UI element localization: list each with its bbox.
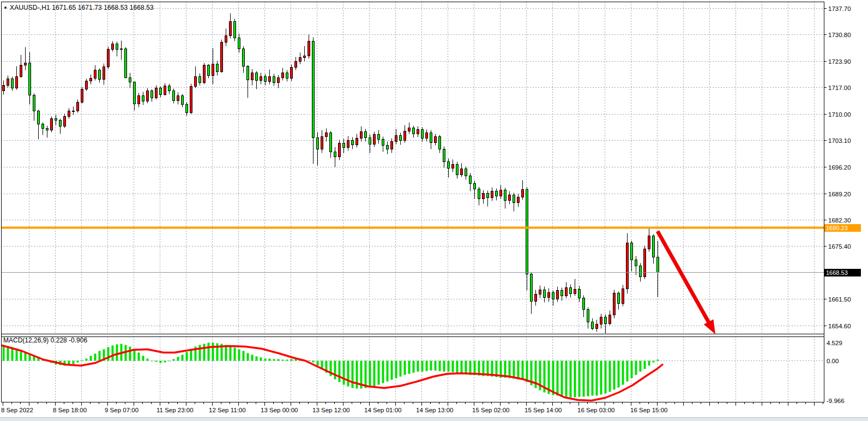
macd-histogram-bar — [552, 361, 554, 395]
candle — [33, 95, 35, 111]
macd-histogram-bar — [238, 350, 240, 361]
candle — [20, 65, 22, 77]
candle — [426, 133, 428, 139]
candle — [465, 169, 467, 176]
macd-histogram-bar — [334, 361, 336, 380]
candle — [155, 88, 158, 98]
candle — [378, 135, 380, 140]
macd-histogram-bar — [618, 361, 620, 388]
candle — [439, 137, 441, 149]
macd-histogram-bar — [587, 361, 589, 396]
candle — [640, 266, 642, 277]
macd-axis-zero-label: 0.00 — [827, 357, 839, 365]
price-axis-label: 1682.30 — [828, 216, 851, 224]
candle — [164, 86, 166, 95]
candle — [657, 257, 659, 273]
macd-histogram-bar — [203, 344, 206, 361]
macd-histogram-bar — [561, 361, 563, 397]
candle — [51, 119, 53, 130]
candle — [308, 41, 310, 56]
candle — [626, 243, 629, 289]
candle — [408, 128, 411, 131]
chevron-down-icon[interactable]: ▼ — [3, 5, 8, 10]
macd-histogram-bar — [230, 346, 232, 361]
macd-histogram-bar — [648, 361, 650, 366]
macd-histogram-bar — [417, 361, 419, 372]
candle — [221, 43, 223, 72]
candle — [81, 89, 83, 103]
macd-histogram-bar — [134, 350, 136, 361]
macd-histogram-bar — [94, 354, 97, 361]
macd-histogram-bar — [408, 361, 411, 374]
macd-histogram-bar — [286, 360, 288, 361]
macd-histogram-bar — [208, 343, 210, 361]
orange-level-badge: 1680.23 — [824, 224, 861, 232]
macd-histogram-bar — [644, 361, 646, 369]
candle — [25, 63, 27, 65]
macd-histogram-bar — [452, 361, 454, 372]
candle — [243, 49, 245, 67]
candle — [330, 133, 332, 152]
candle — [605, 317, 607, 324]
macd-histogram-bar — [400, 361, 402, 377]
candle — [7, 79, 9, 86]
macd-histogram-bar — [391, 361, 393, 380]
macd-axis-max-label: 4.529 — [827, 339, 842, 347]
candle — [3, 86, 5, 91]
candle — [435, 137, 437, 143]
current-price-badge: 1668.53 — [824, 269, 861, 276]
window-bottom-strip — [0, 417, 868, 421]
macd-histogram-bar — [592, 361, 594, 396]
candle — [548, 293, 550, 298]
symbol-header[interactable]: ▼XAUUSD-,H1 1671.65 1671.73 1668.53 1668… — [3, 4, 154, 11]
candle — [160, 88, 162, 95]
candle — [395, 136, 397, 142]
candle — [321, 137, 323, 149]
candle — [312, 41, 315, 138]
candle — [234, 22, 236, 38]
candle — [360, 132, 363, 139]
candle — [365, 132, 367, 138]
macd-histogram-bar — [273, 359, 275, 361]
candle — [517, 197, 520, 203]
macd-histogram-bar — [160, 361, 162, 363]
candle — [513, 195, 515, 203]
macd-histogram-bar — [365, 361, 367, 388]
macd-histogram-bar — [605, 361, 607, 394]
macd-histogram-bar — [264, 359, 267, 361]
macd-histogram-bar — [413, 361, 415, 373]
candle — [356, 139, 358, 145]
price-axis-label: 1654.60 — [828, 322, 851, 330]
macd-histogram-bar — [129, 347, 131, 361]
symbol-ohlc-values: 1671.65 1671.73 1668.53 1668.53 — [52, 4, 154, 11]
candle — [587, 310, 589, 322]
candle — [352, 141, 354, 145]
candle — [147, 91, 149, 101]
macd-histogram-bar — [448, 361, 450, 372]
macd-histogram-bar — [626, 361, 629, 382]
candle — [552, 293, 554, 299]
macd-histogram-bar — [387, 361, 389, 382]
candle — [68, 111, 70, 117]
macd-histogram-bar — [613, 361, 616, 390]
candle — [483, 194, 485, 199]
candle — [86, 81, 88, 89]
candle — [443, 149, 445, 162]
candle — [125, 49, 127, 78]
price-chart-canvas[interactable] — [0, 0, 868, 421]
macd-histogram-bar — [574, 361, 576, 398]
macd-histogram-bar — [557, 361, 559, 396]
candle — [59, 121, 62, 127]
macd-histogram-bar — [116, 345, 118, 361]
candle — [509, 195, 511, 201]
time-axis-label: 16 Sep 03:00 — [577, 407, 614, 413]
macd-histogram-bar — [600, 361, 602, 395]
macd-histogram-bar — [260, 358, 262, 361]
macd-histogram-bar — [465, 361, 467, 375]
macd-histogram-bar — [347, 361, 349, 387]
macd-histogram-bar — [609, 361, 611, 392]
candle — [369, 138, 371, 145]
macd-histogram-bar — [426, 361, 428, 371]
macd-histogram-bar — [155, 361, 158, 362]
candle — [225, 36, 227, 43]
